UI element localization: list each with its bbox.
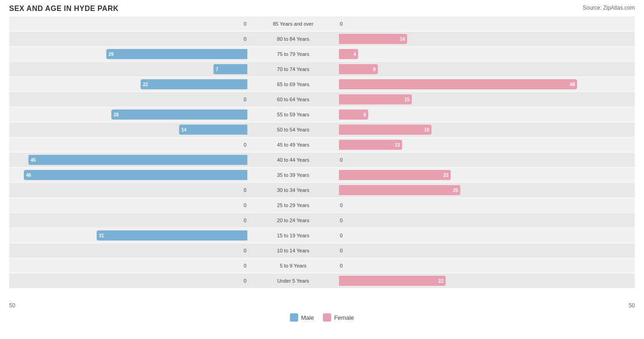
chart-row: 770 to 74 Years8 — [9, 62, 635, 77]
female-value-zero: 0 — [340, 21, 343, 27]
male-bar: 7 — [213, 64, 247, 74]
title-row: SEX AND AGE IN HYDE PARK Source: ZipAtla… — [9, 5, 635, 13]
female-value: 23 — [443, 173, 448, 178]
chart-row: 2975 to 79 Years4 — [9, 47, 635, 61]
row-label: 35 to 39 Years — [247, 172, 339, 178]
row-label: Under 5 Years — [247, 278, 339, 284]
male-bar: 14 — [179, 125, 247, 135]
chart-title: SEX AND AGE IN HYDE PARK — [9, 5, 119, 13]
female-bar: 19 — [339, 125, 431, 135]
axis-left: 50 — [9, 302, 15, 309]
female-value: 4 — [353, 52, 356, 57]
female-value: 49 — [570, 82, 575, 87]
female-bar: 22 — [339, 276, 446, 286]
female-label: Female — [334, 314, 354, 321]
male-value-zero: 0 — [244, 21, 246, 27]
female-value-zero: 0 — [340, 218, 343, 223]
chart-row: 025 to 29 Years0 — [9, 198, 635, 213]
female-value-zero: 0 — [340, 263, 343, 268]
female-bar: 23 — [339, 170, 451, 180]
chart-row: 085 Years and over0 — [9, 16, 635, 31]
chart-row: 1450 to 54 Years19 — [9, 122, 635, 137]
male-value: 14 — [181, 127, 186, 132]
row-label: 50 to 54 Years — [247, 127, 339, 132]
legend: Male Female — [9, 313, 635, 322]
row-label: 10 to 14 Years — [247, 248, 339, 253]
male-value-zero: 0 — [244, 36, 246, 42]
axis-labels: 50 50 — [9, 302, 635, 310]
male-value: 46 — [26, 173, 31, 178]
male-value-zero: 0 — [244, 248, 246, 253]
male-bar: 31 — [97, 230, 247, 241]
row-label: 85 Years and over — [247, 21, 339, 27]
row-label: 15 to 19 Years — [247, 233, 339, 238]
female-bar: 8 — [339, 64, 378, 74]
male-bar: 46 — [24, 170, 247, 180]
source-text: Source: ZipAtlas.com — [583, 5, 635, 11]
female-bar: 49 — [339, 79, 577, 89]
male-legend-box — [290, 313, 298, 322]
female-legend-box — [323, 313, 331, 322]
male-bar: 22 — [141, 79, 247, 89]
chart-row: 2855 to 59 Years6 — [9, 107, 635, 122]
chart-row: 4540 to 44 Years0 — [9, 153, 635, 167]
male-bar: 29 — [106, 49, 247, 59]
row-label: 25 to 29 Years — [247, 202, 339, 208]
male-label: Male — [301, 314, 314, 321]
female-bar: 25 — [339, 185, 460, 195]
row-label: 70 to 74 Years — [247, 66, 339, 72]
chart-row: 030 to 34 Years25 — [9, 183, 635, 197]
female-value-zero: 0 — [340, 233, 343, 238]
row-label: 80 to 84 Years — [247, 36, 339, 42]
female-value: 15 — [404, 97, 409, 102]
chart-container: SEX AND AGE IN HYDE PARK Source: ZipAtla… — [0, 0, 644, 339]
chart-row: 080 to 84 Years14 — [9, 32, 635, 46]
chart-row: 4635 to 39 Years23 — [9, 168, 635, 182]
chart-row: 2265 to 69 Years49 — [9, 77, 635, 92]
female-value: 8 — [373, 67, 376, 72]
female-value: 19 — [424, 127, 429, 132]
chart-row: 060 to 64 Years15 — [9, 92, 635, 107]
row-label: 65 to 69 Years — [247, 82, 339, 87]
female-value-zero: 0 — [340, 248, 343, 253]
chart-row: 0Under 5 Years22 — [9, 273, 635, 288]
male-value-zero: 0 — [244, 142, 246, 148]
male-value: 7 — [216, 67, 218, 72]
male-bar: 45 — [28, 155, 247, 165]
female-value: 13 — [395, 142, 400, 148]
row-label: 30 to 34 Years — [247, 187, 339, 193]
female-bar: 6 — [339, 109, 368, 120]
male-value: 31 — [99, 233, 104, 238]
male-value-zero: 0 — [244, 278, 246, 284]
male-value: 22 — [143, 82, 148, 87]
female-value-zero: 0 — [340, 202, 343, 208]
row-label: 75 to 79 Years — [247, 51, 339, 57]
row-label: 5 to 9 Years — [247, 263, 339, 268]
male-value-zero: 0 — [244, 218, 246, 223]
female-value: 6 — [363, 112, 366, 117]
male-value-zero: 0 — [244, 202, 246, 208]
row-label: 45 to 49 Years — [247, 142, 339, 148]
chart-row: 045 to 49 Years13 — [9, 137, 635, 152]
male-value-zero: 0 — [244, 97, 246, 102]
row-label: 20 to 24 Years — [247, 218, 339, 223]
female-value: 25 — [453, 188, 458, 193]
female-bar: 15 — [339, 94, 412, 104]
male-value-zero: 0 — [244, 263, 246, 268]
male-bar: 28 — [111, 109, 247, 120]
chart-row: 020 to 24 Years0 — [9, 213, 635, 228]
female-bar: 13 — [339, 140, 402, 150]
female-bar: 4 — [339, 49, 358, 59]
row-label: 60 to 64 Years — [247, 97, 339, 102]
chart-area: 085 Years and over0080 to 84 Years142975… — [9, 16, 635, 301]
row-label: 40 to 44 Years — [247, 157, 339, 163]
axis-right: 50 — [629, 302, 635, 309]
chart-row: 05 to 9 Years0 — [9, 258, 635, 273]
chart-row: 3115 to 19 Years0 — [9, 228, 635, 243]
female-value: 22 — [438, 279, 443, 284]
legend-male: Male — [290, 313, 314, 322]
male-value-zero: 0 — [244, 187, 246, 193]
row-label: 55 to 59 Years — [247, 112, 339, 117]
female-value-zero: 0 — [340, 157, 343, 163]
female-bar: 14 — [339, 34, 407, 44]
